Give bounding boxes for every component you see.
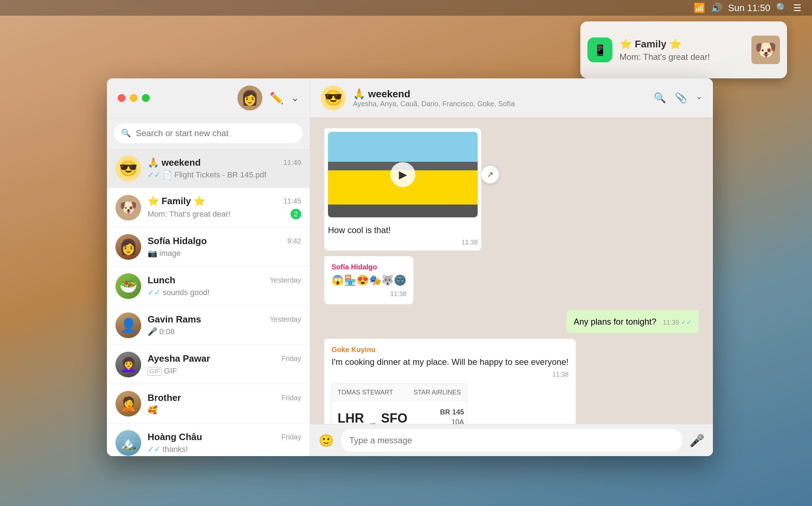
messages-area: ▶ ↗ How cool is that! 11:38 Sofía Hidalg… bbox=[310, 118, 713, 424]
video-thumbnail: ▶ bbox=[328, 132, 478, 217]
msg-time-1: 11:38 bbox=[328, 238, 478, 247]
play-button[interactable]: ▶ bbox=[328, 132, 478, 217]
chat-preview-gavin: 🎤 0:08 bbox=[148, 327, 175, 336]
chat-item-ayesha[interactable]: 👩‍🦱 Ayesha Pawar Friday GIF GIF bbox=[107, 345, 310, 384]
msg-text-3: Any plans for tonight? bbox=[574, 317, 656, 326]
chat-name-weekend: 🙏 weekend bbox=[148, 157, 201, 168]
chat-item-brother[interactable]: 🤦 Brother Friday 🥰 bbox=[107, 384, 310, 423]
message-input[interactable] bbox=[341, 429, 682, 452]
chat-list: 😎 🙏 weekend 11:49 ✓✓ 📄 Flight Tickets - … bbox=[107, 149, 310, 456]
menubar-icons: 📶 🔊 Sun 11:50 🔍 ☰ bbox=[694, 2, 801, 14]
chat-header: 😎 🙏 weekend Ayesha, Anya, Cauã, Dario, F… bbox=[310, 78, 713, 118]
microphone-button[interactable]: 🎤 bbox=[689, 433, 704, 448]
ticket-seat: 10A bbox=[412, 417, 464, 424]
chat-time-sofia: 9:42 bbox=[287, 237, 301, 245]
ticket-from: LHR bbox=[338, 409, 364, 424]
search-icon[interactable]: 🔍 bbox=[776, 2, 787, 14]
ticket-flight: BR 145 bbox=[412, 407, 464, 417]
ticket-passenger: TOMAS STEWART bbox=[338, 388, 393, 397]
more-options-icon[interactable]: ⌄ bbox=[696, 92, 702, 104]
chat-preview-sofia: 📷 image bbox=[148, 249, 181, 258]
chat-avatar-sofia: 👩 bbox=[115, 234, 141, 260]
chat-header-avatar: 😎 bbox=[321, 86, 346, 110]
chat-info-sofia: Sofía Hidalgo 9:42 📷 image bbox=[148, 236, 301, 258]
chat-item-lunch[interactable]: 🥗 Lunch Yesterday ✓✓ sounds good! bbox=[107, 267, 310, 306]
message-3: Any plans for tonight? 11:39 ✓✓ bbox=[324, 310, 699, 334]
chat-name-lunch: Lunch bbox=[148, 275, 175, 286]
chat-name-gavin: Gavin Rams bbox=[148, 314, 201, 325]
chat-header-name: 🙏 weekend bbox=[353, 88, 647, 100]
chat-name-hoang: Hoàng Châu bbox=[148, 432, 202, 443]
chat-item-sofia[interactable]: 👩 Sofía Hidalgo 9:42 📷 image bbox=[107, 227, 310, 267]
search-icon: 🔍 bbox=[121, 129, 131, 138]
share-button[interactable]: ↗ bbox=[481, 166, 499, 184]
message-1: ▶ ↗ How cool is that! 11:38 bbox=[324, 128, 699, 251]
chat-item-family[interactable]: 🐶 ⭐ Family ⭐ 11:45 Mom: That's great dea… bbox=[107, 188, 310, 227]
unread-badge-family: 2 bbox=[291, 209, 301, 220]
chat-time-lunch: Yesterday bbox=[270, 276, 301, 284]
chat-preview-family: Mom: That's great dear! bbox=[148, 210, 230, 219]
ticket-route-left: LHR 11:50 bbox=[338, 409, 364, 424]
chat-name-sofia: Sofía Hidalgo bbox=[148, 236, 207, 247]
chat-name-family: ⭐ Family ⭐ bbox=[148, 196, 205, 207]
chat-info-ayesha: Ayesha Pawar Friday GIF GIF bbox=[148, 353, 301, 376]
minimize-button[interactable] bbox=[130, 94, 138, 102]
emoji-button[interactable]: 🙂 bbox=[319, 433, 334, 448]
msg-time-3: 11:39 ✓✓ bbox=[663, 319, 692, 326]
user-avatar[interactable]: 👩 bbox=[237, 86, 262, 110]
chat-time-family: 11:45 bbox=[283, 197, 301, 205]
compose-icon[interactable]: ✏️ bbox=[269, 91, 284, 105]
notification-content: ⭐ Family ⭐ Mom: That's great dear! bbox=[620, 38, 744, 62]
chat-preview-brother: 🥰 bbox=[148, 406, 157, 415]
video-container: ▶ ↗ bbox=[328, 132, 478, 217]
chat-header-members: Ayesha, Anya, Cauã, Dario, Francisco, Go… bbox=[353, 100, 647, 108]
chat-header-info: 🙏 weekend Ayesha, Anya, Cauã, Dario, Fra… bbox=[353, 88, 647, 108]
menu-icon[interactable]: ☰ bbox=[793, 2, 801, 14]
chat-panel: 😎 🙏 weekend Ayesha, Anya, Cauã, Dario, F… bbox=[310, 78, 713, 456]
chat-time-brother: Friday bbox=[281, 394, 301, 402]
notification-app-icon: 📱 bbox=[587, 37, 612, 62]
notification-popup[interactable]: 📱 ⭐ Family ⭐ Mom: That's great dear! 🐶 bbox=[580, 21, 787, 78]
ticket-route: LHR 11:50 → SFO 9:40 BR 145 bbox=[332, 401, 467, 424]
msg-bubble-1: ▶ ↗ How cool is that! 11:38 bbox=[324, 128, 481, 251]
msg-time-4: 11:38 bbox=[332, 370, 569, 379]
wifi-icon: 📶 bbox=[694, 2, 705, 14]
chevron-down-icon[interactable]: ⌄ bbox=[291, 92, 299, 104]
msg-bubble-3: Any plans for tonight? 11:39 ✓✓ bbox=[566, 310, 699, 334]
msg-sender-2: Sofía Hidalgo bbox=[332, 262, 406, 272]
msg-bubble-4: Goke Kuyinu I'm cooking dinner at my pla… bbox=[324, 339, 576, 424]
menubar: 📶 🔊 Sun 11:50 🔍 ☰ bbox=[0, 0, 812, 16]
notification-body: Mom: That's great dear! bbox=[620, 52, 744, 62]
window-body: 👩 ✏️ ⌄ 🔍 😎 bbox=[107, 78, 713, 456]
message-2: Sofía Hidalgo 😱🏪😍🎭🐺🌚 11:38 bbox=[324, 256, 699, 304]
notification-avatar: 🐶 bbox=[751, 36, 780, 64]
maximize-button[interactable] bbox=[142, 94, 150, 102]
chat-item-weekend[interactable]: 😎 🙏 weekend 11:49 ✓✓ 📄 Flight Tickets - … bbox=[107, 149, 310, 188]
chat-item-gavin[interactable]: 👤 Gavin Rams Yesterday 🎤 0:08 bbox=[107, 306, 310, 345]
chat-avatar-weekend: 😎 bbox=[115, 156, 141, 181]
msg-time-2: 11:38 bbox=[332, 290, 406, 299]
sidebar: 👩 ✏️ ⌄ 🔍 😎 bbox=[107, 78, 310, 456]
chat-info-lunch: Lunch Yesterday ✓✓ sounds good! bbox=[148, 275, 301, 297]
search-input[interactable] bbox=[136, 128, 295, 138]
whatsapp-window: 👩 ✏️ ⌄ 🔍 😎 bbox=[107, 78, 713, 456]
window-controls bbox=[118, 94, 150, 102]
close-button[interactable] bbox=[118, 94, 125, 102]
chat-info-family: ⭐ Family ⭐ 11:45 Mom: That's great dear!… bbox=[148, 196, 301, 220]
ticket-arrow: → bbox=[368, 417, 377, 424]
attach-icon[interactable]: 📎 bbox=[675, 92, 687, 104]
search-bar: 🔍 bbox=[107, 118, 310, 149]
sidebar-header-actions: ✏️ ⌄ bbox=[269, 91, 299, 105]
msg-text-2: 😱🏪😍🎭🐺🌚 bbox=[332, 273, 406, 287]
msg-text-1: How cool is that! bbox=[328, 224, 478, 236]
chat-avatar-lunch: 🥗 bbox=[115, 273, 141, 299]
ticket-card: TOMAS STEWART STAR AIRLINES LHR 11:50 → bbox=[332, 383, 467, 424]
notification-title: ⭐ Family ⭐ bbox=[620, 38, 744, 50]
search-input-wrapper: 🔍 bbox=[114, 123, 303, 143]
chat-time-hoang: Friday bbox=[281, 433, 301, 441]
chat-avatar-gavin: 👤 bbox=[115, 313, 141, 338]
chat-avatar-hoang: 🏔️ bbox=[115, 430, 141, 456]
menubar-time: Sun 11:50 bbox=[728, 2, 770, 14]
search-messages-icon[interactable]: 🔍 bbox=[654, 92, 666, 104]
chat-item-hoang[interactable]: 🏔️ Hoàng Châu Friday ✓✓ thanks! bbox=[107, 423, 310, 456]
